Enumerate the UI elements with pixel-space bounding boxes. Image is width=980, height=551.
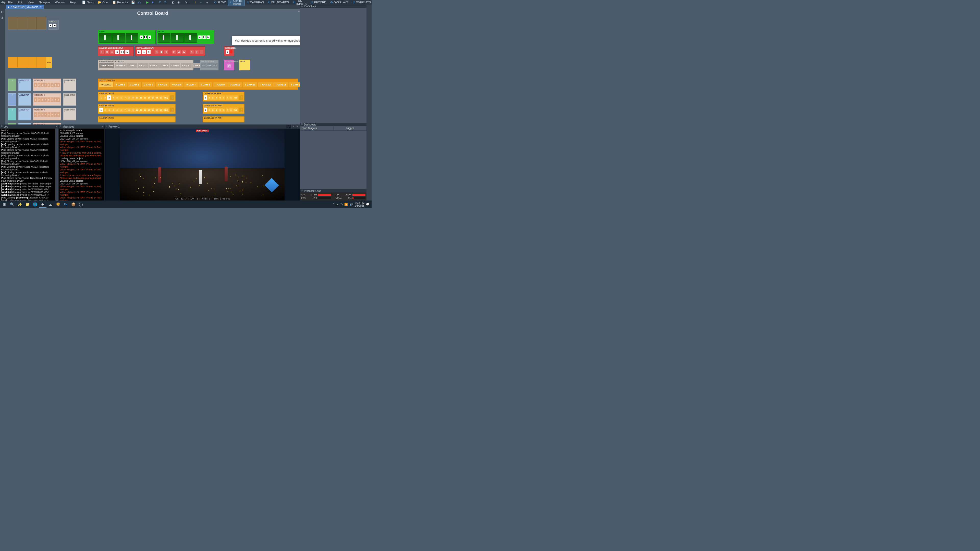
tab-record[interactable]: ⏻RECORD (309, 0, 328, 4)
cam-play[interactable]: ▶ (125, 50, 129, 54)
close-icon[interactable]: ✕ (296, 125, 299, 128)
preview-index[interactable] (286, 125, 292, 128)
path-14[interactable]: 14 (151, 108, 155, 112)
vis-num-8[interactable]: 8 (57, 112, 60, 117)
path-7[interactable]: 7 (123, 95, 127, 100)
brown-slot[interactable] (37, 17, 46, 29)
tool-new[interactable]: 📄New▾ (80, 0, 96, 4)
vis-num-4[interactable]: 4 (44, 83, 47, 87)
cam-tool-1[interactable]: ✦ (100, 50, 104, 54)
tool-save-all[interactable]: 🗂 (137, 0, 143, 4)
rec-record[interactable] (230, 50, 232, 54)
cam-stop[interactable]: ■ (115, 50, 119, 54)
pm-program[interactable]: PROGRAM (99, 63, 115, 68)
vis-num-3[interactable]: 3 (41, 83, 44, 87)
green-stop[interactable]: ■ (198, 35, 202, 39)
dashboard-header[interactable]: ⠿Dashboard✕ (300, 123, 372, 126)
tray-onedrive[interactable]: ☁ (336, 203, 339, 206)
explorer-icon[interactable]: 📁 (24, 201, 31, 208)
pm-cam-2[interactable]: CAM 2 (138, 63, 148, 68)
tcam-10[interactable]: T CAM 10 (228, 82, 242, 87)
path-13[interactable]: 13 (147, 95, 151, 100)
path-6[interactable]: 6 (222, 95, 225, 100)
cam-tool-3[interactable]: ≡ (110, 50, 114, 54)
tool-nav-up[interactable]: ↑ (193, 0, 198, 4)
edit-pen[interactable]: ✎ (190, 50, 194, 54)
vis-num-5[interactable]: 5 (48, 112, 51, 117)
adj-a[interactable]: 1 (8, 79, 16, 91)
path-5[interactable]: 5 (218, 95, 222, 100)
path-6[interactable]: 6 (119, 95, 123, 100)
path-SEQ[interactable]: SEQ (163, 108, 169, 112)
board-menu-icon[interactable]: ≡ (298, 10, 300, 13)
path-11[interactable]: 11 (139, 95, 143, 100)
green-thumb[interactable] (171, 33, 184, 43)
adj-b[interactable]: 2 (8, 94, 16, 106)
log-header[interactable]: ⠿Log✕ (0, 124, 59, 129)
vis-num-3[interactable]: 3 (41, 97, 44, 102)
vcam-1[interactable]: V CAM 1 (99, 82, 113, 87)
path-6[interactable]: 6 (222, 108, 225, 112)
path-12[interactable]: 12 (143, 108, 147, 112)
log-body[interactable]: Device"[Arr] Opening device "Audio: WASA… (0, 129, 56, 208)
messages-header[interactable]: ⠿Messages✕ (59, 124, 104, 129)
green-thumb[interactable] (112, 33, 125, 43)
vis-num-6[interactable]: 6 (51, 97, 54, 102)
path-9[interactable]: 9 (131, 108, 135, 112)
full-slot[interactable] (37, 57, 46, 68)
path-14[interactable]: 14 (151, 95, 155, 100)
vis-num-7[interactable]: 7 (54, 112, 57, 117)
path-5[interactable]: 5 (115, 108, 119, 112)
tray-sync[interactable]: ↻ (340, 203, 343, 206)
preview-viewport[interactable]: EDIT MODE FOV: 32.1° | CAM: 1 | PATH: 3 … (105, 129, 300, 200)
onscreen-info[interactable]: Info (201, 63, 206, 68)
onscreen-safe[interactable]: Safe (207, 63, 212, 68)
vcam-8[interactable]: V CAM 8 (199, 82, 212, 87)
photoshop-icon[interactable]: Ps (62, 201, 69, 208)
vis-num-6[interactable]: 6 (51, 83, 54, 87)
menu-window[interactable]: Window (52, 1, 68, 4)
vis-num-5[interactable]: 5 (48, 83, 51, 87)
edit-a[interactable]: A (142, 50, 146, 54)
tool-misc2[interactable]: ◉ (176, 0, 181, 4)
adjuster-1[interactable]: ADJUSTER 1 (18, 79, 31, 91)
path-13[interactable]: 13 (147, 108, 151, 112)
path-7[interactable]: 7 (123, 108, 127, 112)
tcam-9[interactable]: T CAM 9 (213, 82, 227, 87)
brown-slot[interactable] (8, 17, 18, 29)
menu-edit[interactable]: Edit (15, 1, 25, 4)
path-7[interactable]: 7 (226, 95, 229, 100)
tcam-14[interactable]: T CAM 14 (289, 82, 300, 87)
path-2[interactable]: 2 (103, 108, 107, 112)
tool-recent[interactable]: 📋Recent▾ (111, 0, 130, 4)
path-10[interactable]: 10 (135, 108, 139, 112)
path-7[interactable]: 7 (226, 108, 229, 112)
green-play[interactable]: ▶ (207, 35, 210, 39)
pm-cam-1[interactable]: CAM 1 (127, 63, 137, 68)
tab-cameras[interactable]: ⏻CAMERAS (245, 0, 266, 4)
menu-file[interactable]: File (6, 1, 15, 4)
tool-nav-back[interactable]: ← (198, 0, 204, 4)
tool-undo[interactable]: ↶ (157, 0, 162, 4)
preview-dropdown[interactable]: ▾ (292, 125, 295, 128)
vcam-7[interactable]: V CAM 7 (184, 82, 198, 87)
app-icon-3[interactable]: 📦 (69, 201, 77, 208)
vcam-4[interactable]: V CAM 4 (142, 82, 156, 87)
path-1[interactable]: 1 (204, 95, 207, 100)
path-SEQ[interactable]: SEQ (163, 95, 169, 100)
tool-save[interactable]: 💾 (130, 0, 137, 4)
path-2[interactable]: 2 (207, 95, 211, 100)
menu-navigate[interactable]: Navigate (36, 1, 52, 4)
pm-cam-4[interactable]: CAM 4 (159, 63, 169, 68)
crawl-play[interactable]: ▶ (53, 24, 56, 27)
path-11[interactable]: 11 (139, 108, 143, 112)
edit-curve-2[interactable]: ~ (200, 50, 204, 54)
vis-num-6[interactable]: 6 (51, 112, 54, 117)
path-5[interactable]: 5 (218, 108, 222, 112)
path-1[interactable]: 1 (99, 108, 103, 112)
tool-open[interactable]: 📂Open (96, 0, 111, 4)
close-icon[interactable]: ✕ (56, 125, 57, 128)
pm-cam-5[interactable]: CAM 5 (170, 63, 180, 68)
path-1[interactable]: 1 (99, 95, 103, 100)
crawl-stop[interactable]: ■ (49, 24, 52, 27)
